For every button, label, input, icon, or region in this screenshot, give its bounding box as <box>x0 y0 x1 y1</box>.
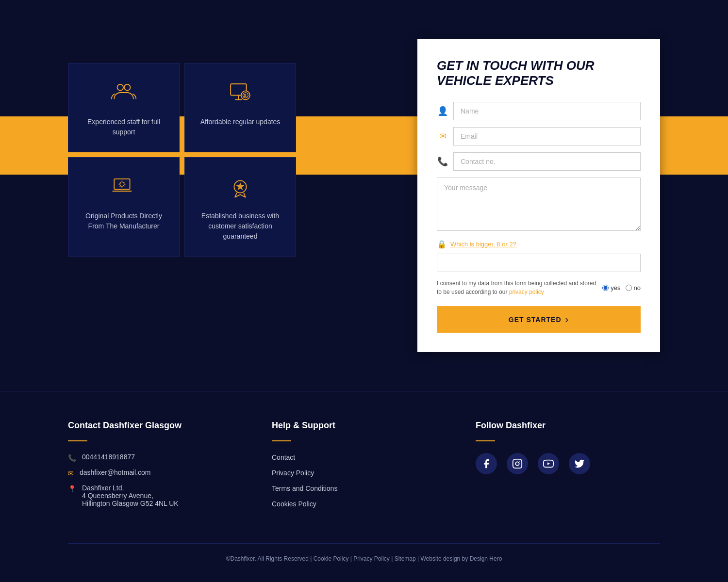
consent-yes-radio[interactable] <box>602 285 609 291</box>
footer-contact-heading: Contact Dashfixer Glasgow <box>68 420 252 431</box>
footer-social-col: Follow Dashfixer <box>476 420 660 514</box>
footer-address-item: 📍 Dashfixer Ltd, 4 Queensberry Avenue, H… <box>68 484 252 507</box>
footer-link-privacy[interactable]: Privacy Policy <box>272 469 456 477</box>
feature-card-text-2: Affordable regular updates <box>200 117 281 127</box>
footer: Contact Dashfixer Glasgow 📞 004414189188… <box>0 391 728 582</box>
captcha-label-row: 🔒 Which is bigger, 8 or 2? <box>437 240 641 249</box>
svg-rect-13 <box>513 459 522 468</box>
instagram-icon[interactable] <box>507 453 528 474</box>
svg-point-15 <box>519 461 520 462</box>
consent-no-radio[interactable] <box>626 285 632 291</box>
footer-link-terms[interactable]: Terms and Conditions <box>272 484 456 493</box>
footer-link-contact[interactable]: Contact <box>272 453 456 462</box>
footer-grid: Contact Dashfixer Glasgow 📞 004414189188… <box>68 420 660 514</box>
svg-point-14 <box>515 462 519 466</box>
svg-marker-12 <box>236 182 244 190</box>
footer-support-divider <box>272 440 291 441</box>
footer-bottom-text: ©Dashfixer. All Rights Reserved | Cookie… <box>226 555 502 562</box>
footer-support-heading: Help & Support <box>272 420 456 431</box>
svg-point-0 <box>117 84 124 91</box>
consent-no-label[interactable]: no <box>626 284 641 291</box>
consent-text: I consent to my data from this form bein… <box>437 279 602 296</box>
consent-row: I consent to my data from this form bein… <box>437 279 641 296</box>
footer-bottom: ©Dashfixer. All Rights Reserved | Cookie… <box>68 543 660 562</box>
feature-card-text-4: Established business with customer satis… <box>195 211 286 242</box>
phone-field-row: 📞 <box>437 152 641 171</box>
get-started-button[interactable]: GET STARTED › <box>437 306 641 333</box>
captcha-input-wrap <box>437 254 641 272</box>
message-field-wrap <box>437 178 641 233</box>
footer-email-item: ✉ dashfixer@hotmail.com <box>68 469 252 477</box>
email-small-icon: ✉ <box>68 469 74 477</box>
email-icon: ✉ <box>437 131 448 142</box>
medal-star-icon <box>226 172 255 201</box>
form-heading: GET IN TOUCH WITH OUR VEHICLE EXPERTS <box>437 58 641 88</box>
feature-card-affordable-updates: $ Affordable regular updates <box>184 63 296 152</box>
monitor-badge-icon: $ <box>226 78 255 107</box>
feature-card-text-3: Original Products Directly From The Manu… <box>78 211 169 231</box>
phone-input[interactable] <box>453 152 641 171</box>
consent-radio-group: yes no <box>602 284 641 291</box>
feature-card-experienced-staff: Experienced staff for full support <box>68 63 180 152</box>
feature-card-text-1: Experienced staff for full support <box>78 117 169 137</box>
feature-grid: Experienced staff for full support $ Aff… <box>68 63 296 257</box>
feature-card-original-products: Original Products Directly From The Manu… <box>68 157 180 257</box>
social-icons-group <box>476 453 660 474</box>
svg-marker-16 <box>547 463 550 466</box>
name-field-row: 👤 <box>437 102 641 120</box>
feature-card-established-business: Established business with customer satis… <box>184 157 296 257</box>
footer-address: Dashfixer Ltd, 4 Queensberry Avenue, Hil… <box>82 484 179 507</box>
contact-form-panel: GET IN TOUCH WITH OUR VEHICLE EXPERTS 👤 … <box>417 39 660 352</box>
svg-point-1 <box>124 84 131 91</box>
footer-social-divider <box>476 440 495 441</box>
twitter-icon[interactable] <box>569 453 590 474</box>
phone-icon: 📞 <box>437 156 448 167</box>
location-icon: 📍 <box>68 485 76 493</box>
footer-support-col: Help & Support Contact Privacy Policy Te… <box>272 420 456 514</box>
footer-phone: 00441418918877 <box>82 453 135 461</box>
youtube-icon[interactable] <box>538 453 559 474</box>
name-input[interactable] <box>453 102 641 120</box>
footer-phone-item: 📞 00441418918877 <box>68 453 252 462</box>
footer-contact-divider <box>68 440 87 441</box>
footer-links-list: Contact Privacy Policy Terms and Conditi… <box>272 453 456 508</box>
footer-contact-col: Contact Dashfixer Glasgow 📞 004414189188… <box>68 420 252 514</box>
captcha-input[interactable] <box>437 254 641 272</box>
email-field-row: ✉ <box>437 127 641 146</box>
privacy-policy-link[interactable]: privacy policy <box>509 289 544 295</box>
footer-email: dashfixer@hotmail.com <box>80 469 151 476</box>
people-icon <box>109 78 138 107</box>
footer-link-cookies[interactable]: Cookies Policy <box>272 500 456 508</box>
phone-small-icon: 📞 <box>68 454 76 462</box>
footer-social-heading: Follow Dashfixer <box>476 420 660 431</box>
message-input[interactable] <box>437 178 641 231</box>
person-icon: 👤 <box>437 106 448 116</box>
lock-icon: 🔒 <box>437 240 447 249</box>
facebook-icon[interactable] <box>476 453 497 474</box>
consent-yes-label[interactable]: yes <box>602 284 620 291</box>
email-input[interactable] <box>453 127 641 146</box>
captcha-label: Which is bigger, 8 or 2? <box>450 241 516 248</box>
laptop-gear-icon <box>109 172 138 201</box>
